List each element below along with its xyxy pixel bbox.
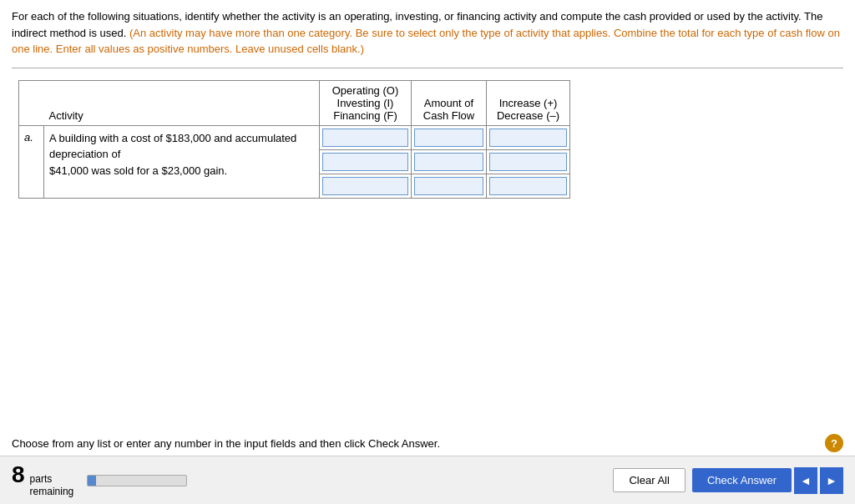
- main-table: Activity Operating (O) Investing (I) Fin…: [18, 80, 570, 199]
- header-activity-label: Activity: [49, 109, 83, 122]
- bottom-instruction-row: Choose from any list or enter any number…: [12, 434, 843, 452]
- operating-input-row-2: [320, 150, 411, 174]
- divider: [12, 68, 843, 68]
- incdec-input-2[interactable]: [489, 153, 567, 171]
- header-inc-label: Increase (+): [499, 97, 558, 109]
- cashflow-input-2[interactable]: [414, 153, 483, 171]
- instruction-text: For each of the following situations, id…: [12, 8, 843, 58]
- operating-input-stack: [320, 126, 411, 198]
- help-icon[interactable]: ?: [825, 434, 843, 452]
- header-label-col: [19, 80, 44, 125]
- next-icon: ►: [826, 474, 837, 487]
- check-answer-button[interactable]: Check Answer: [692, 468, 792, 492]
- incdec-input-3[interactable]: [489, 177, 567, 195]
- cashflow-input-3[interactable]: [414, 177, 483, 195]
- progress-bar-container: [87, 475, 187, 486]
- remaining-label: remaining: [30, 486, 74, 497]
- next-button[interactable]: ►: [820, 467, 843, 494]
- prev-button[interactable]: ◄: [794, 467, 817, 494]
- cashflow-input-row-2: [412, 150, 486, 174]
- header-dec-label: Decrease (–): [497, 109, 559, 122]
- header-cashflow-line2: Cash Flow: [423, 109, 474, 122]
- row-a-label: a.: [19, 125, 44, 198]
- check-answer-label: Check Answer: [707, 474, 777, 486]
- row-a-letter: a.: [24, 131, 33, 144]
- cashflow-input-stack: [412, 126, 486, 198]
- header-cashflow-col: Amount of Cash Flow: [412, 80, 487, 125]
- row-a-desc-line2: $41,000 was sold for a $23,000 gain.: [49, 164, 227, 177]
- row-a-operating-cell: [320, 125, 412, 198]
- row-a-cashflow-cell: [412, 125, 487, 198]
- header-operating-line1: Operating (O): [332, 84, 398, 97]
- cashflow-input-row-3: [412, 174, 486, 198]
- header-cashflow-line1: Amount of: [424, 97, 473, 109]
- incdec-input-1[interactable]: [489, 129, 567, 147]
- parts-number: 8: [12, 463, 25, 486]
- incdec-input-stack: [487, 126, 569, 198]
- incdec-input-row-3: [487, 174, 569, 198]
- bottom-left-section: 8 parts remaining: [12, 463, 187, 497]
- table-wrapper: Activity Operating (O) Investing (I) Fin…: [18, 80, 843, 199]
- prev-icon: ◄: [800, 474, 812, 487]
- bottom-bar: 8 parts remaining Clear All Check Answer…: [0, 456, 855, 504]
- header-activity-col: Activity: [44, 80, 320, 125]
- row-a-incdec-cell: [487, 125, 570, 198]
- parts-label: parts: [30, 473, 74, 485]
- progress-bar-fill: [88, 476, 95, 486]
- bottom-instruction-text: Choose from any list or enter any number…: [12, 437, 440, 450]
- table-header-row: Activity Operating (O) Investing (I) Fin…: [19, 80, 570, 125]
- clear-all-button[interactable]: Clear All: [613, 468, 685, 492]
- row-a-desc-line1: A building with a cost of $183,000 and a…: [49, 132, 296, 161]
- operating-input-2[interactable]: [322, 153, 408, 171]
- operating-input-3[interactable]: [322, 177, 408, 195]
- incdec-input-row-1: [487, 126, 569, 150]
- bottom-right-section: Clear All Check Answer ◄ ►: [613, 467, 843, 494]
- operating-input-row-3: [320, 174, 411, 198]
- help-icon-label: ?: [831, 437, 837, 450]
- operating-input-1[interactable]: [322, 129, 408, 147]
- operating-input-row-1: [320, 126, 411, 150]
- cashflow-input-1[interactable]: [414, 129, 483, 147]
- header-operating-col: Operating (O) Investing (I) Financing (F…: [320, 80, 412, 125]
- cashflow-input-row-1: [412, 126, 486, 150]
- header-operating-line3: Financing (F): [333, 109, 397, 122]
- incdec-input-row-2: [487, 150, 569, 174]
- parts-remaining-section: 8 parts remaining: [12, 463, 73, 497]
- row-a-description: A building with a cost of $183,000 and a…: [44, 125, 320, 198]
- instruction-highlight: (An activity may have more than one cate…: [12, 27, 840, 56]
- header-incdec-col: Increase (+) Decrease (–): [487, 80, 570, 125]
- header-operating-line2: Investing (I): [337, 97, 394, 109]
- clear-all-label: Clear All: [629, 474, 669, 486]
- table-row-a: a. A building with a cost of $183,000 an…: [19, 125, 570, 198]
